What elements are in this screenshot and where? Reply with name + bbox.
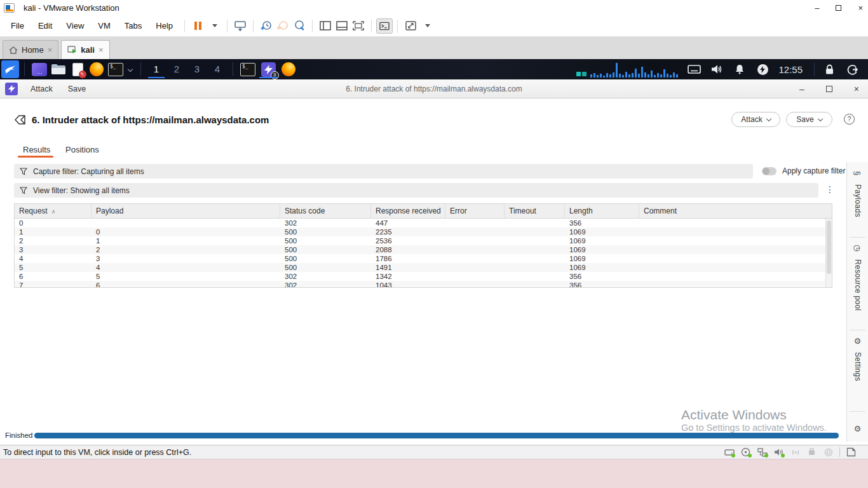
menu-tabs[interactable]: Tabs (118, 16, 149, 36)
tab-kali[interactable]: kali × (61, 40, 109, 59)
power-manager-icon[interactable] (753, 60, 772, 78)
workspace-1[interactable]: 1 (146, 60, 166, 78)
side-panel-resource-pool[interactable]: ◷ Resource pool (847, 243, 868, 311)
burp-menu-save[interactable]: Save (60, 85, 94, 93)
usb-status-icon (806, 448, 817, 457)
col-request[interactable]: Request∧ (15, 204, 92, 218)
attack-status-label: Finished (5, 431, 32, 439)
capture-filter-bar[interactable]: Capture filter: Capturing all items (14, 164, 753, 179)
screen: kali - VMware Workstation – × File Edit … (0, 0, 868, 488)
launcher-terminal-icon[interactable]: $_ (106, 60, 125, 78)
tab-kali-label: kali (81, 45, 95, 55)
tab-results[interactable]: Results (23, 145, 50, 154)
lock-screen-icon[interactable] (820, 60, 839, 78)
taskitem-terminal-icon[interactable]: $_ (238, 60, 257, 78)
col-comment[interactable]: Comment (639, 204, 832, 218)
attack-title: 6. Intruder attack of https://mailman.al… (32, 114, 269, 125)
pause-dropdown[interactable] (206, 18, 222, 34)
side-panel-payloads[interactable]: § Payloads (847, 168, 868, 217)
network-status-icon[interactable] (757, 448, 768, 457)
menu-view[interactable]: View (59, 16, 91, 36)
table-row[interactable]: 653021342356 (15, 272, 832, 281)
table-row[interactable]: 1050022351069 (15, 227, 832, 236)
message-log-icon[interactable] (846, 448, 857, 457)
kali-menu-button[interactable] (1, 60, 19, 78)
menu-edit[interactable]: Edit (31, 16, 59, 36)
console-view-button[interactable] (376, 18, 393, 34)
kali-panel: ··· ✎ $_ 1 2 3 4 $_ 3 (0, 59, 868, 79)
table-options-menu[interactable]: ⋮ (825, 184, 834, 194)
burp-minimize-button[interactable]: – (799, 84, 804, 94)
table-header: Request∧ Payload Status code Response re… (15, 204, 832, 219)
cdrom-status-icon[interactable] (740, 448, 751, 457)
launcher-dropdown-icon[interactable] (125, 60, 135, 78)
minimize-button[interactable]: – (815, 3, 819, 13)
tab-kali-close-icon[interactable]: × (98, 45, 104, 55)
menu-vm[interactable]: VM (91, 16, 118, 36)
table-row[interactable]: 0302447356 (15, 219, 832, 227)
close-button[interactable]: × (858, 3, 863, 13)
kali-dragon-icon (4, 64, 17, 75)
burp-maximize-button[interactable] (826, 86, 832, 92)
table-row[interactable]: 2150025361069 (15, 236, 832, 245)
col-status[interactable]: Status code (280, 204, 371, 218)
global-settings-button[interactable]: ⚙ (847, 424, 868, 433)
side-panel-settings[interactable]: ⚙ Settings (847, 336, 868, 381)
printer-status-icon (823, 448, 834, 457)
burp-badge: 3 (271, 71, 279, 79)
menu-file[interactable]: File (4, 16, 31, 36)
col-timeout[interactable]: Timeout (505, 204, 565, 218)
ctrl-alt-del-button[interactable] (232, 18, 248, 34)
attack-button[interactable]: Attack (731, 112, 780, 127)
launcher-terminal-app-icon[interactable]: ··· (30, 60, 49, 78)
table-scrollbar[interactable] (825, 219, 832, 287)
apply-capture-filter-label: Apply capture filter (782, 164, 845, 179)
col-length[interactable]: Length (565, 204, 639, 218)
revert-snapshot-button[interactable] (275, 18, 291, 34)
view-filter-bar[interactable]: View filter: Showing all items (14, 183, 818, 198)
manage-snapshots-button[interactable] (291, 18, 308, 34)
menu-help[interactable]: Help (149, 16, 180, 36)
taskitem-burpsuite-icon[interactable]: 3 (257, 60, 279, 78)
launcher-files-icon[interactable] (49, 60, 68, 78)
apply-capture-filter-toggle[interactable] (762, 167, 776, 175)
fit-dropdown[interactable] (419, 18, 435, 34)
fit-guest-button[interactable] (402, 18, 419, 34)
launcher-firefox-icon[interactable] (87, 60, 106, 78)
col-error[interactable]: Error (445, 204, 505, 218)
help-button[interactable]: ? (844, 114, 855, 125)
workspace-3[interactable]: 3 (187, 60, 207, 78)
table-row[interactable]: 3250020881069 (15, 245, 832, 254)
take-snapshot-button[interactable] (258, 18, 275, 34)
kali-clock[interactable]: 12:55 (778, 64, 803, 75)
col-received[interactable]: Response received (371, 204, 445, 218)
maximize-button[interactable] (836, 5, 841, 11)
save-button[interactable]: Save (786, 112, 832, 127)
launcher-editor-icon[interactable]: ✎ (68, 60, 87, 78)
table-row[interactable]: 763021043356 (15, 281, 832, 287)
hdd-status-icon[interactable] (724, 448, 735, 457)
burp-close-button[interactable]: × (854, 84, 859, 94)
tab-home[interactable]: Home × (3, 40, 58, 59)
table-row[interactable]: 5450014911069 (15, 263, 832, 272)
col-payload[interactable]: Payload (92, 204, 280, 218)
payloads-label: Payloads (853, 184, 862, 217)
vmware-tabbar: Home × kali × (0, 37, 868, 59)
workspace-4[interactable]: 4 (207, 60, 227, 78)
burp-menu-attack[interactable]: Attack (23, 85, 60, 93)
workspace-2[interactable]: 2 (166, 60, 187, 78)
volume-icon[interactable] (707, 60, 726, 78)
notifications-bell-icon[interactable] (730, 60, 749, 78)
show-library-button[interactable] (317, 18, 334, 34)
taskitem-firefox-icon[interactable] (279, 60, 298, 78)
show-thumbnail-bar-button[interactable] (334, 18, 350, 34)
sound-status-icon[interactable] (773, 448, 784, 457)
resource-pool-label: Resource pool (853, 259, 862, 311)
tab-home-close-icon[interactable]: × (48, 45, 53, 55)
pause-vm-button[interactable] (189, 18, 206, 34)
keyboard-indicator-icon[interactable] (684, 60, 703, 78)
logout-icon[interactable] (843, 60, 862, 78)
fullscreen-button[interactable] (350, 18, 367, 34)
table-row[interactable]: 4350017861069 (15, 254, 832, 263)
tab-positions[interactable]: Positions (65, 145, 99, 154)
